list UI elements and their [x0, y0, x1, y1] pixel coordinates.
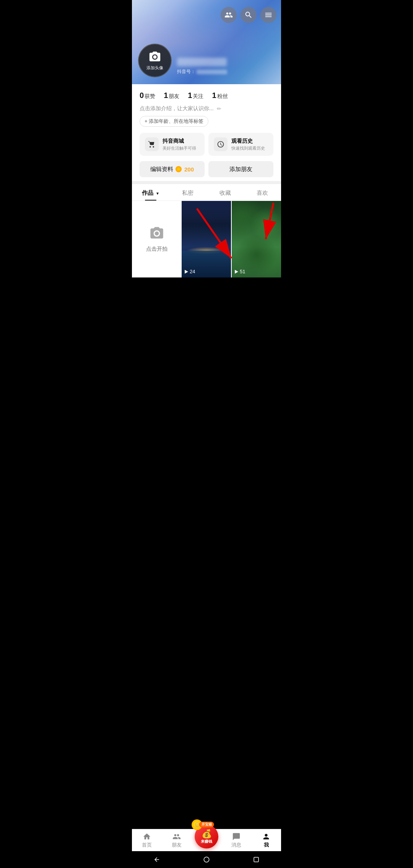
nav-me[interactable]: 我 [251, 832, 281, 848]
fans-label: 粉丝 [217, 93, 228, 100]
cart-icon-container [145, 137, 159, 151]
tab-works-arrow: ▼ [156, 191, 159, 196]
search-icon-button[interactable] [241, 7, 257, 23]
nav-messages-label: 消息 [231, 842, 241, 848]
earn-money-button[interactable]: 🪙 开宝箱 💰 来赚钱 [195, 825, 218, 848]
video-thumb-2[interactable]: 51 [232, 201, 281, 277]
tab-works[interactable]: 作品 ▼ [132, 184, 169, 201]
thumb2-trees-layer [232, 201, 281, 277]
shop-text: 抖音商城 美好生活触手可得 [163, 138, 196, 151]
profile-id: 抖音号： [177, 69, 275, 75]
avatar-label: 添加头像 [146, 65, 163, 71]
add-friend-label: 添加朋友 [229, 166, 252, 173]
profile-name-block: 抖音号： [177, 58, 275, 77]
tab-likes-label: 喜欢 [257, 189, 268, 196]
camera-large-icon [149, 226, 164, 243]
people-icon [224, 11, 233, 19]
avatar-upload-button[interactable]: 添加头像 [138, 44, 172, 77]
stat-friends[interactable]: 1 朋友 [164, 91, 179, 100]
friends-label: 朋友 [169, 93, 179, 100]
recents-button[interactable] [252, 855, 260, 864]
nav-home[interactable]: 首页 [132, 832, 162, 848]
tab-private-label: 私密 [182, 189, 193, 196]
tags-label: + 添加年龄、所在地等标签 [145, 118, 203, 125]
coin-icon [176, 166, 182, 172]
nav-me-label: 我 [264, 842, 269, 848]
history-sub: 快速找到观看历史 [231, 145, 265, 151]
back-button[interactable] [153, 855, 161, 864]
home-icon [143, 832, 151, 841]
svg-point-3 [204, 857, 209, 862]
camera-icon [148, 51, 161, 64]
money-emoji: 💰 [202, 829, 212, 839]
clock-icon [217, 140, 224, 148]
tab-private[interactable]: 私密 [169, 184, 207, 201]
stat-following[interactable]: 1 关注 [188, 91, 203, 100]
likes-label: 获赞 [145, 93, 155, 100]
person-icon [262, 832, 270, 841]
clock-icon-container [214, 137, 228, 151]
nav-friends-icon [172, 832, 181, 841]
history-text: 观看历史 快速找到观看历史 [231, 138, 265, 151]
following-label: 关注 [193, 93, 203, 100]
tabs-row: 作品 ▼ 私密 收藏 喜欢 [132, 184, 281, 201]
cart-icon [148, 140, 156, 148]
stats-section: 0 获赞 1 朋友 1 关注 1 粉丝 点击添加介绍，让大家认识你... ✏ +… [132, 84, 281, 181]
tab-likes[interactable]: 喜欢 [244, 184, 281, 201]
quick-links-row: 抖音商城 美好生活触手可得 观看历史 快速找到观看历史 [140, 133, 273, 156]
nav-messages[interactable]: 消息 [221, 832, 251, 848]
profile-banner: 添加头像 抖音号： [132, 0, 281, 84]
content-grid: 点击开拍 24 51 [132, 201, 281, 277]
stat-likes[interactable]: 0 获赞 [140, 91, 155, 100]
svg-rect-4 [254, 857, 259, 862]
system-bar [132, 851, 281, 868]
likes-count: 0 [140, 91, 144, 100]
menu-icon [264, 11, 273, 19]
stat-fans[interactable]: 1 粉丝 [212, 91, 228, 100]
play-icon-2 [235, 270, 238, 274]
coin-amount: 200 [184, 166, 194, 173]
nav-earn[interactable]: 🪙 开宝箱 💰 来赚钱 [192, 832, 221, 848]
fans-count: 1 [212, 91, 216, 100]
shoot-label: 点击开拍 [146, 246, 167, 253]
action-buttons-row: 编辑资料 200 添加朋友 [140, 161, 273, 177]
profile-name-blurred [177, 58, 227, 66]
stats-row: 0 获赞 1 朋友 1 关注 1 粉丝 [140, 91, 273, 100]
edit-profile-label: 编辑资料 [150, 166, 173, 173]
video-2-play-count: 51 [235, 269, 245, 274]
bottom-nav: 首页 朋友 🪙 开宝箱 💰 来赚钱 消息 我 [132, 829, 281, 851]
add-friend-button[interactable]: 添加朋友 [208, 161, 273, 177]
history-title: 观看历史 [231, 138, 265, 145]
video-1-play-count: 24 [185, 269, 195, 274]
nav-friends[interactable]: 朋友 [162, 832, 192, 848]
nav-home-label: 首页 [142, 842, 152, 848]
add-tags-button[interactable]: + 添加年龄、所在地等标签 [140, 116, 208, 127]
video-thumb-1[interactable]: 24 [182, 201, 231, 277]
thumb1-sky-layer [182, 201, 231, 232]
tab-favorites[interactable]: 收藏 [206, 184, 244, 201]
message-icon [232, 832, 241, 841]
home-button[interactable] [202, 855, 211, 864]
earn-badge: 开宝箱 [199, 822, 214, 827]
search-icon [244, 11, 253, 19]
nav-friends-label: 朋友 [172, 842, 182, 848]
edit-icon: ✏ [217, 106, 221, 112]
friends-icon-button[interactable] [221, 7, 237, 23]
shop-title: 抖音商城 [163, 138, 196, 145]
play-icon-1 [185, 270, 188, 274]
shop-sub: 美好生活触手可得 [163, 145, 196, 151]
following-count: 1 [188, 91, 192, 100]
shop-link[interactable]: 抖音商城 美好生活触手可得 [140, 133, 205, 156]
edit-profile-button[interactable]: 编辑资料 200 [140, 161, 205, 177]
menu-icon-button[interactable] [260, 7, 276, 23]
bio-row[interactable]: 点击添加介绍，让大家认识你... ✏ [140, 105, 273, 112]
friends-count: 1 [164, 91, 168, 100]
bio-placeholder: 点击添加介绍，让大家认识你... [140, 105, 214, 112]
profile-id-blurred [197, 70, 227, 74]
tabs-section: 作品 ▼ 私密 收藏 喜欢 [132, 181, 281, 277]
shoot-area[interactable]: 点击开拍 [132, 201, 182, 277]
history-link[interactable]: 观看历史 快速找到观看历史 [208, 133, 273, 156]
earn-label: 来赚钱 [201, 839, 212, 844]
video-thumbnails-row: 24 51 [182, 201, 281, 277]
tab-works-label: 作品 [142, 189, 153, 196]
